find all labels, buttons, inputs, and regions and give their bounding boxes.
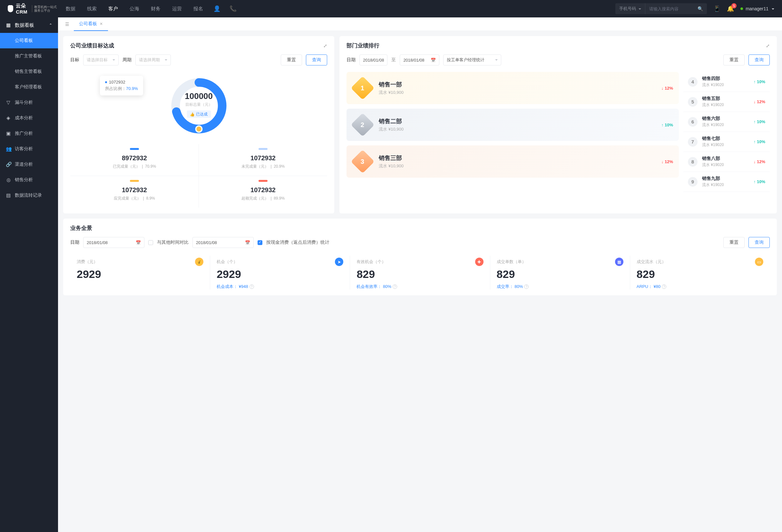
rank-row[interactable]: 8销售八部流水 ¥19020↓ 12% bbox=[683, 152, 770, 172]
help-icon[interactable]: ? bbox=[393, 284, 397, 289]
kpi-title: 有效机会（个） bbox=[356, 259, 483, 265]
sidebar-group-label: 数据看板 bbox=[15, 22, 34, 28]
sidebar-child-3[interactable]: 客户经理看板 bbox=[0, 79, 58, 95]
badge-text: 已达成 bbox=[196, 112, 208, 117]
rank-number: 9 bbox=[688, 177, 698, 187]
search-box: 手机号码 🔍 bbox=[615, 3, 707, 14]
search-icon[interactable]: 🔍 bbox=[694, 6, 707, 11]
sidebar-item-6[interactable]: ▤数据流转记录 bbox=[0, 188, 58, 203]
help-icon[interactable]: ? bbox=[249, 284, 254, 289]
tooltip-dot-icon bbox=[105, 81, 107, 83]
nav-item-1[interactable]: 线索 bbox=[87, 6, 97, 12]
nav-item-0[interactable]: 数据 bbox=[66, 6, 75, 12]
main-area: ☰ 公司看板 ✕ 公司业绩目标达成 ⤢ 目标 请选择目标 bbox=[58, 17, 782, 532]
search-type-select[interactable]: 手机号码 bbox=[615, 3, 645, 14]
expand-icon[interactable]: ⤢ bbox=[766, 43, 770, 48]
rank-pct: ↓ 12% bbox=[754, 99, 765, 104]
rank-pct: ↑ 10% bbox=[754, 79, 765, 84]
help-icon[interactable]: ? bbox=[662, 284, 666, 289]
tab-label: 公司看板 bbox=[79, 21, 97, 27]
rank-pct: ↓ 12% bbox=[754, 159, 765, 164]
close-icon[interactable]: ✕ bbox=[100, 22, 103, 26]
reset-button[interactable]: 重置 bbox=[723, 55, 745, 66]
rank-row[interactable]: 5销售五部流水 ¥19020↓ 12% bbox=[683, 92, 770, 112]
caret-down-icon bbox=[164, 58, 167, 62]
tooltip-value: 1072932 bbox=[109, 80, 126, 84]
help-icon[interactable]: ? bbox=[524, 284, 529, 289]
logo[interactable]: 云朵CRM 教育机构一站式服务云平台 bbox=[8, 3, 58, 14]
rank-pct: ↓ 12% bbox=[662, 86, 673, 91]
sidebar-child-2[interactable]: 销售主管看板 bbox=[0, 64, 58, 79]
notifications-icon[interactable]: 🔔5 bbox=[727, 5, 734, 12]
rank-sub: 流水 ¥10,900 bbox=[379, 90, 655, 96]
kpi-sub: 机会有效率： 80% ? bbox=[356, 284, 483, 289]
rank-row[interactable]: 7销售七部流水 ¥19020↑ 10% bbox=[683, 132, 770, 152]
query-button[interactable]: 查询 bbox=[306, 55, 327, 66]
rank-top-item[interactable]: 2销售二部流水 ¥10,900↑ 10% bbox=[347, 109, 679, 141]
phone-icon[interactable]: 📞 bbox=[229, 5, 237, 12]
rank-row[interactable]: 4销售四部流水 ¥19020↑ 10% bbox=[683, 72, 770, 92]
reset-button[interactable]: 重置 bbox=[723, 237, 745, 248]
stat-label: 已完成量（元） | 70.9% bbox=[70, 164, 199, 169]
target-select[interactable]: 请选择目标 bbox=[83, 55, 119, 66]
kpi-cell: 有效机会（个）✚829机会有效率： 80% ? bbox=[350, 256, 490, 289]
sidebar: ▦ 数据看板 ⌃ 公司看板推广主管看板销售主管看板客户经理看板 ▽漏斗分析◈成本… bbox=[0, 17, 58, 532]
kpi-sub: 机会成本： ¥948 ? bbox=[217, 284, 343, 289]
kpi-icon: ✚ bbox=[475, 258, 484, 266]
search-input[interactable] bbox=[645, 6, 694, 11]
sidebar-item-2[interactable]: ▣推广分析 bbox=[0, 126, 58, 141]
period-select[interactable]: 请选择周期 bbox=[135, 55, 171, 66]
sidebar-child-1[interactable]: 推广主管看板 bbox=[0, 48, 58, 64]
caret-down-icon bbox=[495, 58, 498, 62]
pano-date-label: 日期 bbox=[70, 240, 79, 245]
sidebar-item-3[interactable]: 👥访客分析 bbox=[0, 141, 58, 157]
pano-date1-input[interactable]: 2018/01/08📅 bbox=[83, 237, 144, 248]
rank-top3: 1销售一部流水 ¥10,900↓ 12%2销售二部流水 ¥10,900↑ 10%… bbox=[347, 72, 679, 192]
rank-name: 销售八部 bbox=[702, 156, 749, 162]
rank-top-item[interactable]: 1销售一部流水 ¥10,900↓ 12% bbox=[347, 72, 679, 104]
rank-row[interactable]: 9销售九部流水 ¥19020↑ 10% bbox=[683, 172, 770, 192]
kpi-cell: 消费（元）💰2929 bbox=[70, 256, 210, 289]
nav-item-5[interactable]: 运营 bbox=[172, 6, 182, 12]
query-button[interactable]: 查询 bbox=[748, 55, 770, 66]
rank-name: 销售九部 bbox=[702, 176, 749, 181]
hamburger-icon[interactable]: ☰ bbox=[61, 22, 74, 27]
rank-name: 销售四部 bbox=[702, 76, 749, 81]
nav-item-6[interactable]: 报名 bbox=[193, 6, 203, 12]
pano-date2-input[interactable]: 2018/01/08📅 bbox=[192, 237, 254, 248]
sidebar-child-0[interactable]: 公司看板 bbox=[0, 33, 58, 48]
nav-item-3[interactable]: 公海 bbox=[130, 6, 139, 12]
sidebar-item-4[interactable]: 🔗渠道分析 bbox=[0, 157, 58, 172]
mobile-icon[interactable]: 📱 bbox=[713, 5, 720, 12]
rank-top-item[interactable]: 3销售三部流水 ¥10,900↓ 12% bbox=[347, 145, 679, 178]
stat-cell: 1072932超额完成（元） | 89.9% bbox=[199, 176, 327, 208]
date-to-input[interactable]: 2018/01/08 📅 bbox=[400, 55, 439, 66]
notif-badge: 5 bbox=[732, 3, 737, 8]
user-icon[interactable]: 👤 bbox=[213, 5, 220, 12]
sidebar-item-0[interactable]: ▽漏斗分析 bbox=[0, 95, 58, 110]
kpi-icon: ▦ bbox=[615, 258, 624, 266]
date-label: 日期 bbox=[347, 57, 356, 63]
sidebar-group-dashboard[interactable]: ▦ 数据看板 ⌃ bbox=[0, 17, 58, 33]
stat-cell: 1072932未完成量（元） | 20.9% bbox=[199, 144, 327, 176]
date-from-input[interactable]: 2018/01/08 bbox=[359, 55, 387, 66]
tab-company-board[interactable]: 公司看板 ✕ bbox=[74, 17, 108, 31]
target-placeholder: 请选择目标 bbox=[87, 57, 108, 63]
status-dot-icon bbox=[740, 7, 743, 10]
compare-checkbox[interactable] bbox=[148, 240, 153, 245]
sidebar-item-1[interactable]: ◈成本分析 bbox=[0, 110, 58, 126]
nav-item-4[interactable]: 财务 bbox=[151, 6, 161, 12]
rank-sub: 流水 ¥10,900 bbox=[379, 127, 655, 132]
kpi-title: 成交单数（单） bbox=[497, 259, 624, 265]
user-menu[interactable]: manager11 bbox=[740, 6, 774, 11]
stat-method-select[interactable]: 按工单客户经理统计 bbox=[443, 55, 501, 66]
reset-button[interactable]: 重置 bbox=[281, 55, 302, 66]
rank-row[interactable]: 6销售六部流水 ¥19020↑ 10% bbox=[683, 112, 770, 132]
query-button[interactable]: 查询 bbox=[748, 237, 770, 248]
rank-name: 销售六部 bbox=[702, 116, 749, 121]
cash-checkbox[interactable] bbox=[257, 240, 262, 245]
nav-item-2[interactable]: 客户 bbox=[108, 6, 118, 12]
expand-icon[interactable]: ⤢ bbox=[323, 43, 327, 48]
kpi-icon: ▭ bbox=[755, 258, 763, 266]
sidebar-item-5[interactable]: ◎销售分析 bbox=[0, 172, 58, 188]
